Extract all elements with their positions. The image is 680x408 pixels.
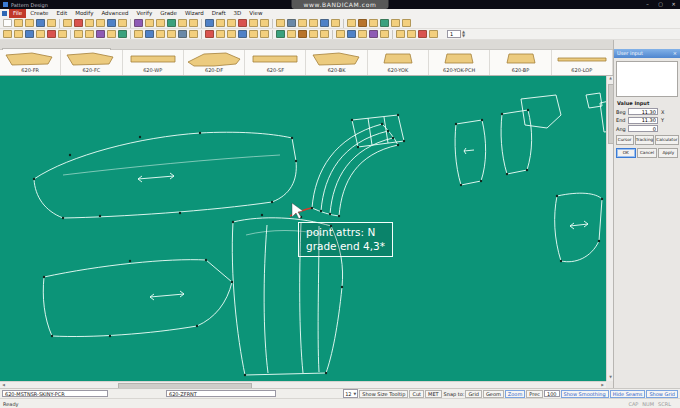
toolbar-icon[interactable] (156, 30, 165, 38)
toolbar-icon[interactable] (36, 19, 45, 27)
toolbar-icon[interactable] (156, 19, 165, 27)
toolbar-icon[interactable] (145, 19, 154, 27)
toolbar-icon[interactable] (309, 19, 318, 27)
toolbar-icon[interactable] (347, 19, 356, 27)
toolbar-icon[interactable] (358, 19, 367, 27)
maximize-button[interactable]: ▢ (654, 0, 667, 9)
toolbar-icon[interactable] (14, 30, 23, 38)
toolbar-icon[interactable] (380, 30, 389, 38)
menu-item-advanced[interactable]: Advanced (97, 9, 132, 18)
menu-item-create[interactable]: Create (26, 9, 52, 18)
menu-item-grade[interactable]: Grade (156, 9, 181, 18)
piece-thumb-620-fc[interactable]: 620-FC (61, 50, 122, 75)
toolbar-icon[interactable] (298, 19, 307, 27)
toolbar-icon[interactable] (369, 30, 378, 38)
toolbar-spinner-value[interactable]: 1 (447, 30, 461, 38)
toolbar-icon[interactable] (118, 30, 127, 38)
toolbar-icon[interactable] (216, 19, 225, 27)
menu-item-3d[interactable]: 3D (230, 9, 246, 18)
size-select[interactable]: 12 ▼ (343, 389, 358, 398)
toolbar-icon[interactable] (205, 30, 214, 38)
status-100[interactable]: 100 (544, 390, 560, 397)
toolbar-icon[interactable] (407, 30, 416, 38)
toolbar-icon[interactable] (238, 30, 247, 38)
toolbar-icon[interactable] (107, 19, 116, 27)
toolbar-icon[interactable] (298, 30, 307, 38)
toolbar-icon[interactable] (25, 19, 34, 27)
close-button[interactable]: ✕ (667, 0, 680, 9)
value-field-beg[interactable] (628, 108, 658, 115)
toolbar-icon[interactable] (167, 19, 176, 27)
grade-nest[interactable] (312, 115, 404, 216)
toolbar-icon[interactable] (369, 19, 378, 27)
toolbar-icon[interactable] (391, 19, 400, 27)
toolbar-icon[interactable] (320, 19, 329, 27)
piece-thumb-620-wp[interactable]: 620-WP (123, 50, 184, 75)
pattern-piece-facing-1[interactable] (455, 120, 486, 185)
toolbar-icon[interactable] (347, 30, 356, 38)
toolbar-icon[interactable] (3, 30, 12, 38)
status-cut[interactable]: Cut (409, 390, 424, 398)
toolbar-icon[interactable] (189, 30, 198, 38)
toolbar-icon[interactable] (85, 30, 94, 38)
toolbar-icon[interactable] (178, 30, 187, 38)
toolbar-icon[interactable] (25, 30, 34, 38)
piece-thumb-620-yok[interactable]: 620-YOK (368, 50, 429, 75)
piece-thumb-620-bp[interactable]: 620-BP (490, 50, 551, 75)
calculator-button[interactable]: Calculator (655, 135, 678, 145)
toolbar-icon[interactable] (47, 19, 56, 27)
status-geom[interactable]: Geom (483, 390, 504, 398)
toolbar-icon[interactable] (260, 30, 269, 38)
toolbar-icon[interactable] (260, 19, 269, 27)
pattern-canvas[interactable]: point attrs: N grade end 4,3* (0, 75, 606, 381)
toolbar-icon[interactable] (178, 19, 187, 27)
status-grid[interactable]: Grid (465, 390, 482, 398)
toolbar-icon[interactable] (287, 30, 296, 38)
pattern-piece-facing-2[interactable] (501, 110, 532, 174)
toolbar-icon[interactable] (309, 30, 318, 38)
user-input-list[interactable] (616, 61, 678, 97)
toolbar-icon[interactable] (402, 19, 411, 27)
toolbar-icon[interactable] (63, 19, 72, 27)
toolbar-icon[interactable] (238, 19, 247, 27)
menu-item-verify[interactable]: Verify (133, 9, 157, 18)
status-show-grid[interactable]: Show Grid (646, 390, 678, 398)
vertical-scrollbar[interactable]: ▲ ▼ (606, 75, 613, 381)
toolbar-icon[interactable] (358, 30, 367, 38)
menu-item-draft[interactable]: Draft (208, 9, 230, 18)
status-show-smoothing[interactable]: Show Smoothing (561, 390, 609, 398)
piece-thumb-620-bk[interactable]: 620-BK (306, 50, 367, 75)
apply-button[interactable]: Apply (658, 148, 678, 158)
toolbar-icon[interactable] (96, 30, 105, 38)
cursor-button[interactable]: Cursor (616, 135, 634, 145)
toolbar-icon[interactable] (134, 30, 143, 38)
toolbar-icon[interactable] (249, 30, 258, 38)
piece-name-field[interactable]: 620-MSTNSR-SKINY-PCR (2, 390, 108, 397)
toolbar-icon[interactable] (287, 19, 296, 27)
toolbar-icon[interactable] (145, 30, 154, 38)
toolbar-icon[interactable] (14, 19, 23, 27)
toolbar-icon[interactable] (36, 30, 45, 38)
menu-item-modify[interactable]: Modify (71, 9, 97, 18)
toolbar-icon[interactable] (380, 19, 389, 27)
toolbar-icon[interactable] (85, 19, 94, 27)
toolbar-icon[interactable] (276, 30, 285, 38)
minimize-button[interactable]: – (641, 0, 654, 9)
status-prec[interactable]: Prec (526, 390, 543, 398)
panel-close-icon[interactable]: × (673, 49, 677, 58)
toolbar-icon[interactable] (74, 30, 83, 38)
toolbar-icon[interactable] (96, 19, 105, 27)
pattern-piece-leg-left[interactable] (43, 260, 232, 337)
toolbar-icon[interactable] (189, 19, 198, 27)
toolbar-icon[interactable] (396, 30, 405, 38)
toolbar-icon[interactable] (331, 19, 340, 27)
menu-item-file[interactable]: File (9, 9, 26, 18)
toolbar-icon[interactable] (216, 30, 225, 38)
pattern-piece-pocket[interactable] (555, 193, 602, 262)
value-field-ang[interactable] (628, 125, 658, 132)
menu-item-edit[interactable]: Edit (53, 9, 72, 18)
piece-thumb-620-fr[interactable]: 620-FR (0, 50, 61, 75)
menu-item-view[interactable]: View (245, 9, 266, 18)
toolbar-icon[interactable] (429, 30, 438, 38)
toolbar-icon[interactable] (320, 30, 329, 38)
